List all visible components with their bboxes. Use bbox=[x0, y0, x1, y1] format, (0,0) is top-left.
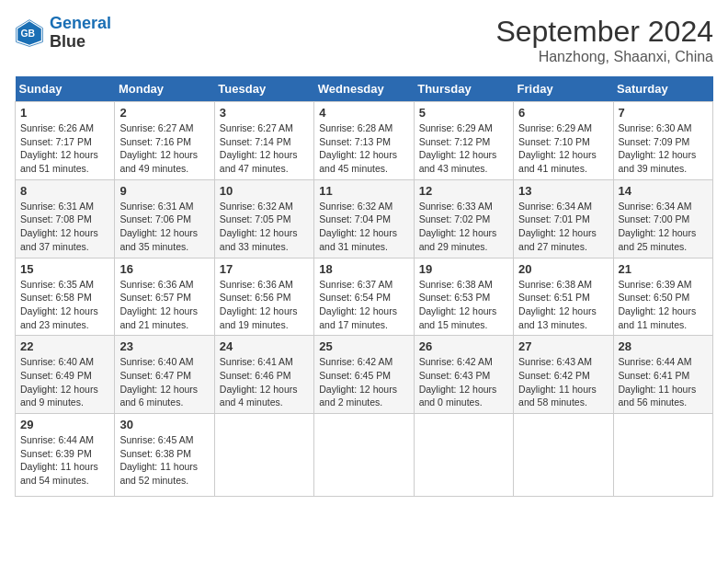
day-number: 20 bbox=[518, 262, 608, 276]
day-number: 11 bbox=[319, 184, 408, 198]
day-info: Sunrise: 6:26 AMSunset: 7:17 PMDaylight:… bbox=[20, 121, 109, 176]
table-row: 10 Sunrise: 6:32 AMSunset: 7:05 PMDaylig… bbox=[214, 179, 313, 258]
svg-text:GB: GB bbox=[20, 29, 35, 39]
table-row: 16 Sunrise: 6:36 AMSunset: 6:57 PMDaylig… bbox=[115, 258, 214, 336]
day-info: Sunrise: 6:32 AMSunset: 7:04 PMDaylight:… bbox=[319, 200, 408, 254]
day-info: Sunrise: 6:45 AMSunset: 6:38 PMDaylight:… bbox=[119, 433, 209, 488]
day-number: 1 bbox=[20, 106, 109, 120]
day-info: Sunrise: 6:40 AMSunset: 6:47 PMDaylight:… bbox=[119, 355, 209, 409]
calendar-header: Sunday Monday Tuesday Wednesday Thursday… bbox=[16, 76, 713, 102]
day-info: Sunrise: 6:31 AMSunset: 7:08 PMDaylight:… bbox=[20, 200, 109, 254]
day-info: Sunrise: 6:37 AMSunset: 6:54 PMDaylight:… bbox=[319, 278, 408, 332]
table-row: 18 Sunrise: 6:37 AMSunset: 6:54 PMDaylig… bbox=[314, 258, 414, 336]
day-info: Sunrise: 6:39 AMSunset: 6:50 PMDaylight:… bbox=[619, 278, 708, 332]
table-row bbox=[514, 414, 613, 497]
col-tuesday: Tuesday bbox=[214, 76, 313, 102]
col-monday: Monday bbox=[115, 76, 214, 102]
table-row: 19 Sunrise: 6:38 AMSunset: 6:53 PMDaylig… bbox=[414, 258, 513, 336]
col-sunday: Sunday bbox=[16, 76, 115, 102]
table-row bbox=[214, 414, 313, 497]
day-info: Sunrise: 6:31 AMSunset: 7:06 PMDaylight:… bbox=[119, 200, 209, 254]
day-info: Sunrise: 6:42 AMSunset: 6:43 PMDaylight:… bbox=[419, 355, 508, 409]
day-number: 25 bbox=[319, 339, 408, 353]
table-row: 30 Sunrise: 6:45 AMSunset: 6:38 PMDaylig… bbox=[115, 414, 214, 497]
table-row: 6 Sunrise: 6:29 AMSunset: 7:10 PMDayligh… bbox=[514, 102, 613, 180]
title-block: September 2024 Hanzhong, Shaanxi, China bbox=[495, 15, 713, 65]
day-info: Sunrise: 6:29 AMSunset: 7:10 PMDaylight:… bbox=[518, 121, 608, 176]
day-number: 17 bbox=[220, 262, 309, 276]
table-row: 4 Sunrise: 6:28 AMSunset: 7:13 PMDayligh… bbox=[314, 102, 414, 180]
table-row: 8 Sunrise: 6:31 AMSunset: 7:08 PMDayligh… bbox=[16, 179, 115, 258]
month-title: September 2024 bbox=[495, 15, 713, 49]
table-row: 13 Sunrise: 6:34 AMSunset: 7:01 PMDaylig… bbox=[514, 179, 613, 258]
day-number: 10 bbox=[220, 184, 309, 198]
day-info: Sunrise: 6:36 AMSunset: 6:57 PMDaylight:… bbox=[119, 278, 209, 332]
col-wednesday: Wednesday bbox=[314, 76, 414, 102]
day-info: Sunrise: 6:42 AMSunset: 6:45 PMDaylight:… bbox=[319, 355, 408, 409]
col-friday: Friday bbox=[514, 76, 613, 102]
day-number: 8 bbox=[20, 184, 109, 198]
day-info: Sunrise: 6:30 AMSunset: 7:09 PMDaylight:… bbox=[619, 121, 708, 176]
day-info: Sunrise: 6:38 AMSunset: 6:53 PMDaylight:… bbox=[419, 278, 508, 332]
table-row: 29 Sunrise: 6:44 AMSunset: 6:39 PMDaylig… bbox=[16, 414, 115, 497]
table-row: 26 Sunrise: 6:42 AMSunset: 6:43 PMDaylig… bbox=[414, 336, 513, 414]
table-row: 5 Sunrise: 6:29 AMSunset: 7:12 PMDayligh… bbox=[414, 102, 513, 180]
day-number: 30 bbox=[119, 418, 209, 431]
table-row bbox=[414, 414, 513, 497]
table-row: 14 Sunrise: 6:34 AMSunset: 7:00 PMDaylig… bbox=[613, 179, 712, 258]
calendar-table: Sunday Monday Tuesday Wednesday Thursday… bbox=[15, 76, 713, 497]
day-number: 13 bbox=[518, 184, 608, 198]
day-info: Sunrise: 6:33 AMSunset: 7:02 PMDaylight:… bbox=[419, 200, 508, 254]
location: Hanzhong, Shaanxi, China bbox=[495, 49, 713, 65]
table-row: 17 Sunrise: 6:36 AMSunset: 6:56 PMDaylig… bbox=[214, 258, 313, 336]
day-number: 7 bbox=[619, 106, 708, 120]
table-row: 15 Sunrise: 6:35 AMSunset: 6:58 PMDaylig… bbox=[16, 258, 115, 336]
day-info: Sunrise: 6:32 AMSunset: 7:05 PMDaylight:… bbox=[220, 200, 309, 254]
day-info: Sunrise: 6:27 AMSunset: 7:16 PMDaylight:… bbox=[119, 121, 209, 176]
day-number: 21 bbox=[619, 262, 708, 276]
table-row: 27 Sunrise: 6:43 AMSunset: 6:42 PMDaylig… bbox=[514, 336, 613, 414]
table-row: 12 Sunrise: 6:33 AMSunset: 7:02 PMDaylig… bbox=[414, 179, 513, 258]
day-number: 3 bbox=[220, 106, 309, 120]
day-info: Sunrise: 6:41 AMSunset: 6:46 PMDaylight:… bbox=[220, 355, 309, 409]
day-number: 19 bbox=[419, 262, 508, 276]
day-number: 22 bbox=[20, 339, 109, 353]
day-number: 15 bbox=[20, 262, 109, 276]
day-info: Sunrise: 6:36 AMSunset: 6:56 PMDaylight:… bbox=[220, 278, 309, 332]
table-row: 9 Sunrise: 6:31 AMSunset: 7:06 PMDayligh… bbox=[115, 179, 214, 258]
logo-line2: Blue bbox=[50, 33, 111, 52]
table-row: 20 Sunrise: 6:38 AMSunset: 6:51 PMDaylig… bbox=[514, 258, 613, 336]
table-row: 7 Sunrise: 6:30 AMSunset: 7:09 PMDayligh… bbox=[613, 102, 712, 180]
day-info: Sunrise: 6:29 AMSunset: 7:12 PMDaylight:… bbox=[419, 121, 508, 176]
day-info: Sunrise: 6:44 AMSunset: 6:39 PMDaylight:… bbox=[20, 433, 109, 488]
table-row: 28 Sunrise: 6:44 AMSunset: 6:41 PMDaylig… bbox=[613, 336, 712, 414]
calendar-body: 1 Sunrise: 6:26 AMSunset: 7:17 PMDayligh… bbox=[16, 102, 713, 497]
day-number: 26 bbox=[419, 339, 508, 353]
logo-line1: General bbox=[50, 14, 111, 32]
logo-icon: GB bbox=[15, 18, 44, 48]
day-number: 9 bbox=[119, 184, 209, 198]
table-row: 23 Sunrise: 6:40 AMSunset: 6:47 PMDaylig… bbox=[115, 336, 214, 414]
day-info: Sunrise: 6:43 AMSunset: 6:42 PMDaylight:… bbox=[518, 355, 608, 409]
day-number: 2 bbox=[119, 106, 209, 120]
day-info: Sunrise: 6:38 AMSunset: 6:51 PMDaylight:… bbox=[518, 278, 608, 332]
day-number: 24 bbox=[220, 339, 309, 353]
col-thursday: Thursday bbox=[414, 76, 513, 102]
day-number: 23 bbox=[119, 339, 209, 353]
table-row: 3 Sunrise: 6:27 AMSunset: 7:14 PMDayligh… bbox=[214, 102, 313, 180]
table-row: 1 Sunrise: 6:26 AMSunset: 7:17 PMDayligh… bbox=[16, 102, 115, 180]
day-info: Sunrise: 6:35 AMSunset: 6:58 PMDaylight:… bbox=[20, 278, 109, 332]
day-number: 29 bbox=[20, 418, 109, 431]
day-number: 18 bbox=[319, 262, 408, 276]
table-row: 2 Sunrise: 6:27 AMSunset: 7:16 PMDayligh… bbox=[115, 102, 214, 180]
table-row bbox=[613, 414, 712, 497]
table-row: 22 Sunrise: 6:40 AMSunset: 6:49 PMDaylig… bbox=[16, 336, 115, 414]
day-info: Sunrise: 6:34 AMSunset: 7:01 PMDaylight:… bbox=[518, 200, 608, 254]
table-row: 24 Sunrise: 6:41 AMSunset: 6:46 PMDaylig… bbox=[214, 336, 313, 414]
day-info: Sunrise: 6:44 AMSunset: 6:41 PMDaylight:… bbox=[619, 355, 708, 409]
table-row bbox=[314, 414, 414, 497]
table-row: 21 Sunrise: 6:39 AMSunset: 6:50 PMDaylig… bbox=[613, 258, 712, 336]
day-number: 4 bbox=[319, 106, 408, 120]
day-number: 14 bbox=[619, 184, 708, 198]
table-row: 11 Sunrise: 6:32 AMSunset: 7:04 PMDaylig… bbox=[314, 179, 414, 258]
